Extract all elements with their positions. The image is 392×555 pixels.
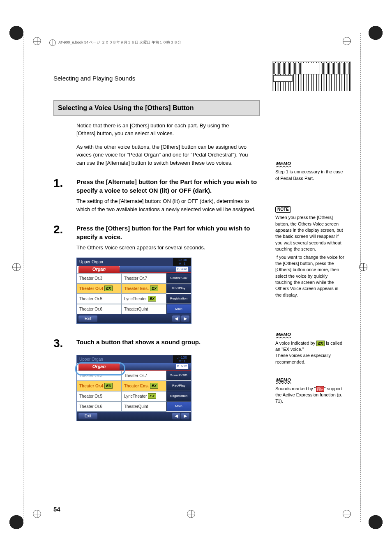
step-3: 3. Touch a button that shows a sound gro… bbox=[53, 338, 259, 349]
main-column: Selecting a Voice Using the [Others] But… bbox=[53, 100, 259, 421]
trim-frame-left bbox=[23, 33, 23, 522]
screen-title: Upper Organ bbox=[79, 357, 103, 362]
memo3-text: Sounds marked by "ACTEXP" support the Ac… bbox=[275, 386, 345, 405]
book-meta: AT-900_e.book 54 ページ ２００８年９月１６日 火曜日 午前１０… bbox=[49, 39, 181, 46]
content-area: Selecting and Playing Sounds Selecting a… bbox=[53, 74, 351, 421]
ex-badge-icon: EX bbox=[150, 286, 158, 291]
memo1-text: Step 1 is unnecessary in the case of Ped… bbox=[275, 169, 345, 182]
voice-cell[interactable]: Theater Or.3 bbox=[77, 273, 122, 283]
voice-cell[interactable]: TheaterQuint bbox=[122, 401, 166, 412]
side-btn-registration[interactable]: Registration bbox=[166, 391, 191, 401]
screen-title: Upper Organ bbox=[79, 260, 103, 264]
page: AT-900_e.book 54 ページ ２００８年９月１６日 火曜日 午前１０… bbox=[0, 0, 392, 555]
trim-frame-right bbox=[360, 33, 361, 522]
page-indicator: P. 9/12 bbox=[175, 266, 189, 272]
registration-mark-icon bbox=[343, 37, 351, 45]
memo-label: MEMO bbox=[275, 377, 292, 384]
ex-badge-icon: EX bbox=[104, 286, 113, 291]
sub-heading: Selecting a Voice Using the [Others] But… bbox=[53, 100, 260, 116]
prev-page-button[interactable]: ◀ bbox=[172, 413, 180, 419]
step2-text: The Others Voice screen appears for seve… bbox=[76, 244, 259, 252]
ex-badge-icon: EX bbox=[148, 393, 156, 399]
voice-cell[interactable]: Theater Or.6 bbox=[77, 304, 122, 314]
voice-grid: Theater Or.3 Theater Or.7 Sound/KBD Thea… bbox=[77, 371, 191, 412]
ex-badge-icon: EX bbox=[150, 383, 158, 389]
crop-mark bbox=[8, 514, 25, 530]
side-btn-soundkbd[interactable]: Sound/KBD bbox=[166, 273, 191, 283]
memo-block: MEMO A voice indicated by EX is called a… bbox=[275, 331, 345, 365]
side-btn-main[interactable]: Main bbox=[166, 401, 191, 411]
book-meta-text: AT-900_e.book 54 ページ ２００８年９月１６日 火曜日 午前１０… bbox=[58, 40, 181, 46]
memo-label: MEMO bbox=[275, 331, 292, 338]
side-btn-registration[interactable]: Registration bbox=[166, 294, 191, 304]
tab-strip: P. 9/12 bbox=[120, 266, 191, 273]
tab-organ[interactable]: Organ bbox=[78, 266, 120, 273]
step1-text: The setting of the [Alternate] button: O… bbox=[76, 197, 259, 213]
registration-mark-icon bbox=[33, 37, 41, 45]
voice-cell[interactable]: Theater Or.3 bbox=[77, 371, 122, 381]
voice-cell[interactable]: Theater Or.5 bbox=[77, 294, 122, 304]
active-expression-icon: ACTEXP bbox=[316, 386, 324, 392]
side-btn-recplay[interactable]: Rec/Play bbox=[166, 283, 191, 293]
intro-p1: Notice that there is an [Others] button … bbox=[76, 122, 249, 138]
screen-bottom-bar: Exit ◀ ▶ bbox=[77, 314, 191, 323]
registration-mark-icon bbox=[187, 510, 195, 518]
screen-titlebar: Upper Organ ♩=130 M: 1 bbox=[77, 355, 191, 363]
voice-cell-selected[interactable]: Theater Or.4EX bbox=[77, 283, 122, 294]
intro-text: Notice that there is an [Others] button … bbox=[76, 122, 249, 167]
registration-mark-icon bbox=[343, 510, 351, 518]
ex-badge-icon: EX bbox=[316, 341, 325, 346]
side-column: MEMO Step 1 is unnecessary in the case o… bbox=[275, 74, 345, 416]
side-btn-recplay[interactable]: Rec/Play bbox=[166, 381, 191, 391]
memo-block: MEMO Step 1 is unnecessary in the case o… bbox=[275, 160, 345, 182]
tab-strip: P. 9/12 bbox=[120, 363, 191, 371]
screen-bottom-bar: Exit ◀ ▶ bbox=[77, 412, 191, 421]
crop-mark bbox=[367, 514, 384, 530]
ex-badge-icon: EX bbox=[148, 296, 156, 302]
step3-title: Touch a button that shows a sound group. bbox=[76, 338, 259, 346]
voice-cell[interactable]: Theater Or.6 bbox=[77, 401, 122, 412]
note-block: NOTE When you press the [Others] button,… bbox=[275, 206, 345, 298]
others-voice-screen-callout: Upper Organ ♩=130 M: 1 Organ P. 9/12 The… bbox=[76, 355, 191, 421]
voice-cell[interactable]: TheaterQuint bbox=[122, 304, 166, 314]
step-number: 2. bbox=[53, 224, 76, 252]
voice-cell[interactable]: Theater Or.7 bbox=[122, 371, 166, 381]
memo-block: MEMO Sounds marked by "ACTEXP" support t… bbox=[275, 377, 345, 405]
memo2-text: A voice indicated by EX is called an "EX… bbox=[275, 340, 345, 353]
voice-cell[interactable]: Theater Or.5 bbox=[77, 391, 122, 401]
tab-organ[interactable]: Organ bbox=[78, 363, 120, 371]
exit-button[interactable]: Exit bbox=[78, 413, 97, 419]
registration-mark-icon bbox=[33, 510, 41, 518]
step-number: 1. bbox=[53, 177, 76, 213]
side-btn-main[interactable]: Main bbox=[166, 304, 191, 314]
tempo-indicator: ♩=130 M: 1 bbox=[173, 355, 191, 364]
voice-cell[interactable]: Theater Or.7 bbox=[122, 273, 166, 283]
intro-p2: As with the other voice buttons, the [Ot… bbox=[76, 143, 249, 167]
side-btn-soundkbd[interactable]: Sound/KBD bbox=[166, 371, 191, 380]
crop-mark bbox=[8, 25, 25, 41]
prev-page-button[interactable]: ◀ bbox=[172, 315, 180, 322]
others-voice-screen: Upper Organ ♩=130 M: 1 Organ P. 9/12 The… bbox=[76, 258, 191, 324]
screen-titlebar: Upper Organ ♩=130 M: 1 bbox=[77, 258, 191, 266]
memo-label: MEMO bbox=[275, 160, 292, 167]
step-number: 3. bbox=[53, 338, 76, 349]
next-page-button[interactable]: ▶ bbox=[181, 413, 189, 419]
step2-title: Press the [Others] button for the Part f… bbox=[76, 224, 259, 241]
page-indicator: P. 9/12 bbox=[175, 364, 189, 369]
next-page-button[interactable]: ▶ bbox=[181, 315, 189, 322]
voice-cell-selected[interactable]: Theater Ens.EX bbox=[122, 283, 166, 294]
note-label: NOTE bbox=[275, 206, 291, 213]
voice-grid: Theater Or.3 Theater Or.7 Sound/KBD Thea… bbox=[77, 273, 191, 314]
exit-button[interactable]: Exit bbox=[78, 315, 97, 322]
voice-cell[interactable]: LyricTheaterEX bbox=[122, 294, 166, 304]
registration-mark-icon bbox=[359, 263, 367, 271]
note-p2: If you want to change the voice for the … bbox=[275, 254, 345, 299]
voice-cell[interactable]: LyricTheaterEX bbox=[122, 391, 166, 401]
voice-cell-selected[interactable]: Theater Ens.EX bbox=[122, 381, 166, 391]
crop-mark bbox=[367, 25, 384, 41]
step1-title: Press the [Alternate] button for the Par… bbox=[76, 177, 259, 195]
registration-mark-icon bbox=[12, 263, 21, 271]
voice-cell-selected[interactable]: Theater Or.4EX bbox=[77, 381, 122, 391]
memo2-text2: These voices are especially recommended. bbox=[275, 352, 345, 365]
tempo-indicator: ♩=130 M: 1 bbox=[173, 258, 191, 266]
